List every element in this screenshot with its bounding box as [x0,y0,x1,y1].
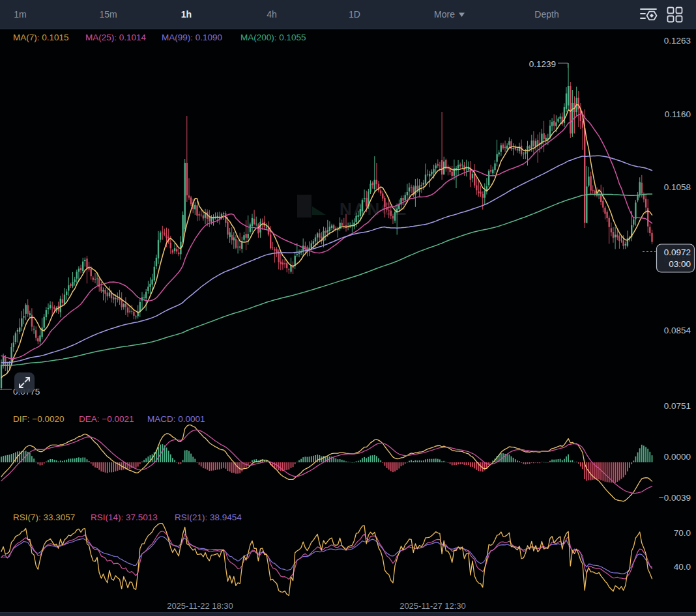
svg-text:1h: 1h [181,9,192,20]
svg-text:Depth: Depth [534,9,558,20]
svg-text:0.0972: 0.0972 [664,247,691,257]
svg-text:MA(200): 0.1055: MA(200): 0.1055 [240,33,306,42]
svg-text:1m: 1m [14,9,26,20]
svg-text:15m: 15m [99,9,117,20]
svg-text:2025-11-27 12:30: 2025-11-27 12:30 [399,601,466,611]
svg-text:03:00: 03:00 [669,259,691,269]
svg-text:RSI(7): 33.3057: RSI(7): 33.3057 [13,512,75,522]
svg-text:0.1263: 0.1263 [664,36,691,46]
svg-text:70.0: 70.0 [674,528,691,538]
svg-text:0.1239: 0.1239 [529,59,556,69]
svg-text:MA(25): 0.1014: MA(25): 0.1014 [85,33,147,42]
svg-text:DEA: −0.0021: DEA: −0.0021 [79,414,134,424]
svg-text:MACD: 0.0001: MACD: 0.0001 [147,414,205,424]
svg-text:0.1160: 0.1160 [665,109,691,119]
svg-text:DIF: −0.0020: DIF: −0.0020 [13,414,64,424]
svg-text:MA(7): 0.1015: MA(7): 0.1015 [13,33,69,42]
svg-text:1D: 1D [349,9,360,20]
svg-text:0.0000: 0.0000 [664,452,691,462]
svg-text:MA(99): 0.1090: MA(99): 0.1090 [162,33,222,42]
svg-text:RSI(21): 38.9454: RSI(21): 38.9454 [175,512,242,522]
svg-text:More: More [434,9,455,20]
svg-text:0.1058: 0.1058 [664,182,691,192]
svg-text:−0.0039: −0.0039 [659,493,691,503]
svg-text:40.0: 40.0 [674,562,691,572]
svg-text:0.0854: 0.0854 [664,326,691,335]
svg-text:RSI(14): 37.5013: RSI(14): 37.5013 [91,512,158,522]
svg-text:4h: 4h [267,9,277,20]
svg-text:2025-11-22 18:30: 2025-11-22 18:30 [167,601,233,611]
svg-text:0.0751: 0.0751 [664,401,691,411]
